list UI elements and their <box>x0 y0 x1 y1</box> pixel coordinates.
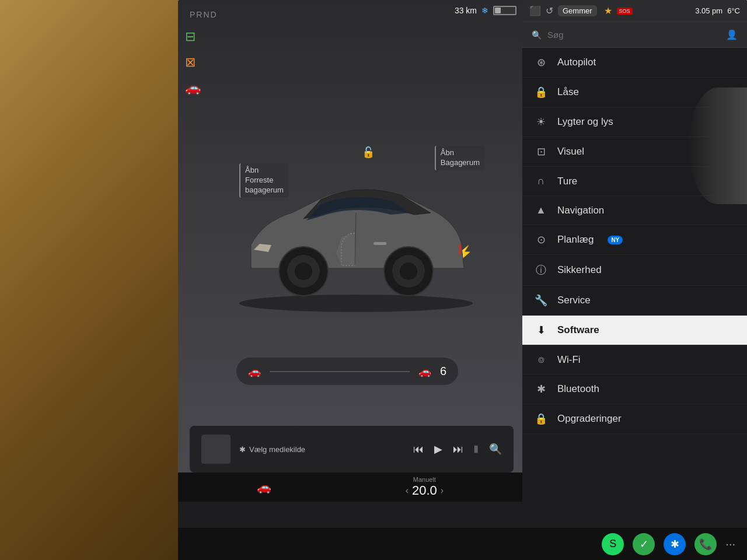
lock-icon: 🔒 <box>534 86 548 99</box>
visuel-label: Visuel <box>557 146 584 158</box>
temp-up-button[interactable]: › <box>441 485 444 496</box>
mac-folder-icon: ⬛ <box>529 5 541 16</box>
light-icon: ☀ <box>534 116 548 128</box>
partial-car-image <box>689 88 747 204</box>
car-status-icon: 🚗 <box>257 480 271 494</box>
planlaeg-icon: ⊙ <box>534 233 548 246</box>
car-panel: PRND 33 km ❄ ⊟ ⊠ 🚗 Åbn Forreste bagageru… <box>178 0 522 502</box>
temp-control: Manuelt ‹ 20.0 › <box>406 476 444 498</box>
laase-label: Låse <box>557 86 579 98</box>
snowflake-icon: ❄ <box>481 6 488 15</box>
software-label: Software <box>557 324 599 336</box>
mac-toolbar: ⬛ ↺ Gemmer ★ SOS 3.05 pm 6°C <box>522 0 747 22</box>
search-input[interactable] <box>547 30 720 40</box>
media-bar: ✱ Vælg mediekilde ⏮ ▶ ⏭ ⦀ 🔍 <box>190 426 514 473</box>
menu-item-bluetooth[interactable]: ✱ Bluetooth <box>522 374 747 404</box>
svg-point-7 <box>400 262 417 280</box>
prev-track-button[interactable]: ⏮ <box>413 443 424 456</box>
wifi-label: Wi-Fi <box>557 354 581 366</box>
service-label: Service <box>557 295 591 306</box>
bluetooth-dock-button[interactable]: ✱ <box>664 533 686 555</box>
range-slider[interactable]: 🚗 🚗 6 <box>236 358 458 385</box>
menu-item-service[interactable]: 🔧 Service <box>522 286 747 316</box>
menu-item-wifi[interactable]: ⌾ Wi-Fi <box>522 345 747 374</box>
settings-panel: ⬛ ↺ Gemmer ★ SOS 3.05 pm 6°C 🔍 👤 ⊛ Autop… <box>522 0 747 502</box>
equalizer-icon: ⦀ <box>474 443 479 456</box>
bluetooth-menu-icon: ✱ <box>534 383 548 396</box>
spotify-button[interactable]: S <box>602 533 624 555</box>
opgraderinger-label: Opgraderinger <box>557 413 622 425</box>
wifi-icon: ⌾ <box>534 354 548 366</box>
status-right: 33 km ❄ <box>455 6 516 15</box>
svg-point-0 <box>239 295 473 312</box>
user-icon[interactable]: 👤 <box>726 29 738 40</box>
range-display: 33 km <box>455 6 477 15</box>
media-thumbnail <box>201 435 231 464</box>
new-badge: NY <box>608 236 623 244</box>
temp-down-button[interactable]: ‹ <box>406 485 409 496</box>
media-source-label[interactable]: ✱ Vælg mediekilde <box>239 445 305 454</box>
mac-gemmer-button[interactable]: Gemmer <box>558 5 597 16</box>
menu-item-opgraderinger[interactable]: 🔒 Opgraderinger <box>522 404 747 434</box>
service-icon: 🔧 <box>534 294 548 307</box>
visuel-icon: ⊡ <box>534 145 548 158</box>
battery-fill <box>495 8 501 13</box>
bottom-dock: S ✓ ✱ 📞 ··· <box>178 528 747 560</box>
menu-item-autopilot[interactable]: ⊛ Autopilot <box>522 48 747 78</box>
car-bottom-icon: 🚗 <box>257 480 271 494</box>
car-svg: Åbn Forreste bagagerum Åbn Bagagerum 🔓 ⚡ <box>210 128 502 315</box>
search-icon: 🔍 <box>532 30 542 40</box>
autopilot-label: Autopilot <box>557 57 596 68</box>
car-small-icon: 🚗 <box>248 365 261 378</box>
navigation-label: Navigation <box>557 205 604 216</box>
sikkerhed-icon: ⓘ <box>534 263 548 277</box>
tesla-screen: PRND 33 km ❄ ⊟ ⊠ 🚗 Åbn Forreste bagageru… <box>178 0 747 531</box>
sos-badge: SOS <box>617 8 633 15</box>
bluetooth-dock-icon: ✱ <box>671 538 679 551</box>
bluetooth-label: Bluetooth <box>557 383 599 395</box>
range-line <box>270 371 410 372</box>
lygter-label: Lygter og lys <box>557 116 613 128</box>
ture-label: Ture <box>557 176 577 187</box>
phone-icon: 📞 <box>699 538 712 551</box>
spotify-icon: S <box>609 538 616 550</box>
mac-reload-icon[interactable]: ↺ <box>546 5 553 16</box>
menu-item-software[interactable]: ⬇ Software <box>522 316 747 345</box>
check-button[interactable]: ✓ <box>633 533 655 555</box>
media-controls: ⏮ ▶ ⏭ ⦀ 🔍 <box>413 443 502 456</box>
driver-icon[interactable]: ⊠ <box>185 55 201 70</box>
menu-item-sikkerhed[interactable]: ⓘ Sikkerhed <box>522 255 747 286</box>
navigation-icon: ▲ <box>534 204 548 216</box>
sikkerhed-label: Sikkerhed <box>557 264 602 276</box>
software-icon: ⬇ <box>534 324 548 337</box>
headlight-icon[interactable]: ⊟ <box>185 29 201 44</box>
ture-icon: ∩ <box>534 175 548 187</box>
mac-temp: 6°C <box>727 6 740 15</box>
planlaeg-label: Planlæg <box>557 234 594 246</box>
search-media-icon[interactable]: 🔍 <box>489 443 502 456</box>
temp-value: 20.0 <box>412 483 437 498</box>
manual-label: Manuelt <box>413 476 436 483</box>
range-number: 6 <box>440 365 446 378</box>
check-icon: ✓ <box>640 538 648 551</box>
car-illustration <box>216 152 496 315</box>
svg-rect-8 <box>374 242 386 245</box>
seatbelt-icon[interactable]: 🚗 <box>185 80 201 96</box>
car-large-icon: 🚗 <box>418 365 431 378</box>
next-track-button[interactable]: ⏭ <box>453 443 463 456</box>
bottom-temp-bar: 🚗 Manuelt ‹ 20.0 › <box>178 473 522 502</box>
car-image-area: Åbn Forreste bagagerum Åbn Bagagerum 🔓 ⚡ <box>201 82 511 362</box>
battery-bar <box>493 6 516 15</box>
more-button[interactable]: ··· <box>725 537 735 551</box>
autopilot-icon: ⊛ <box>534 56 548 69</box>
svg-point-4 <box>295 262 312 280</box>
opgraderinger-icon: 🔒 <box>534 412 548 425</box>
bluetooth-media-icon: ✱ <box>239 445 246 454</box>
phone-button[interactable]: 📞 <box>694 533 717 555</box>
prnd-display: PRND <box>190 10 218 19</box>
play-button[interactable]: ▶ <box>434 443 442 456</box>
mac-time: 3.05 pm <box>695 6 722 15</box>
left-icons: ⊟ ⊠ 🚗 <box>185 29 201 96</box>
search-bar: 🔍 👤 <box>522 22 747 48</box>
menu-item-planlaeg[interactable]: ⊙ Planlæg NY <box>522 225 747 255</box>
